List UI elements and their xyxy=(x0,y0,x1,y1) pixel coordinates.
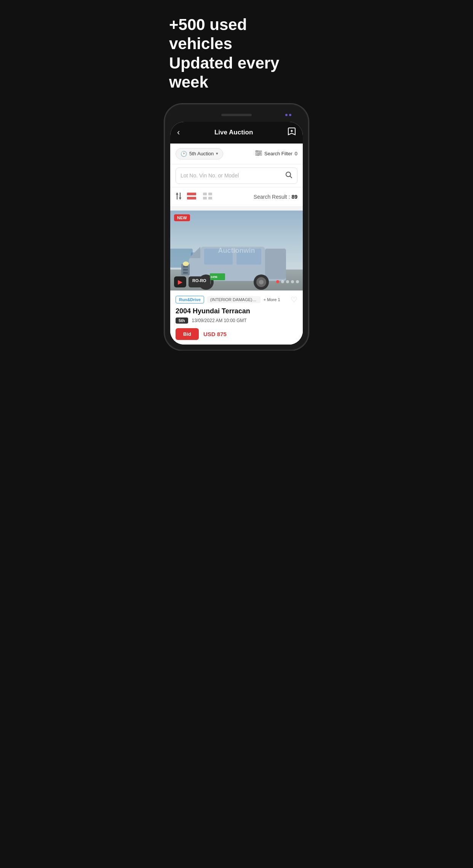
car-card: NEW xyxy=(170,211,303,345)
hero-title: +500 used vehicles Updated every week xyxy=(169,15,304,92)
svg-line-9 xyxy=(290,176,292,178)
search-filter-button[interactable]: Search Filter 0 xyxy=(255,150,297,157)
phone-speaker xyxy=(221,114,252,116)
bookmark-button[interactable] xyxy=(288,127,296,138)
camera-dots xyxy=(285,114,291,116)
video-button[interactable]: ▶ xyxy=(174,276,186,287)
result-label: Search Result : xyxy=(254,194,290,200)
bid-button[interactable]: Bid xyxy=(176,328,199,340)
auction-number: 5th xyxy=(176,318,188,324)
tag-damage: (INTERIOR DAMAGE) Au... xyxy=(207,296,260,303)
dot-4 xyxy=(291,280,294,283)
svg-rect-16 xyxy=(203,197,207,199)
tag-run-drive: Run&Drive xyxy=(176,296,204,303)
sort-icon[interactable] xyxy=(176,193,182,201)
roro-badge: RO-RO xyxy=(189,276,210,287)
dot-2 xyxy=(289,114,291,116)
phone-wrapper: ‹ Live Auction 🕐 5th Auction xyxy=(158,104,315,351)
svg-point-5 xyxy=(256,150,258,152)
svg-rect-13 xyxy=(187,197,196,199)
auction-date: 13/09/2022 AM 10:00 GMT xyxy=(192,318,247,323)
search-input-wrapper xyxy=(176,168,297,184)
content-area: 🕐 5th Auction ▾ xyxy=(170,144,303,345)
new-badge: NEW xyxy=(174,214,190,221)
sort-bar: Search Result : 89 xyxy=(170,187,303,207)
svg-rect-15 xyxy=(208,193,212,195)
chevron-down-icon: ▾ xyxy=(216,151,218,156)
clock-icon: 🕐 xyxy=(181,151,187,157)
svg-point-6 xyxy=(259,152,260,154)
dot-3 xyxy=(286,280,289,283)
search-result: Search Result : 89 xyxy=(254,194,297,200)
back-button[interactable]: ‹ xyxy=(177,128,180,137)
car-tags: Run&Drive (INTERIOR DAMAGE) Au... + More… xyxy=(176,295,297,304)
image-dots xyxy=(276,280,299,283)
svg-rect-30 xyxy=(183,269,188,271)
svg-point-32 xyxy=(183,262,189,266)
svg-rect-17 xyxy=(208,197,212,199)
filter-icon xyxy=(255,150,262,157)
result-count: 89 xyxy=(291,194,297,200)
svg-point-7 xyxy=(257,154,259,156)
filter-bar: 🕐 5th Auction ▾ xyxy=(170,144,303,164)
car-auction-info: 5th 13/09/2022 AM 10:00 GMT xyxy=(176,318,297,324)
favorite-button[interactable]: ♡ xyxy=(291,295,297,304)
svg-rect-12 xyxy=(187,193,196,195)
hero-section: +500 used vehicles Updated every week xyxy=(158,0,315,104)
car-info: Run&Drive (INTERIOR DAMAGE) Au... + More… xyxy=(170,290,303,345)
phone-screen: ‹ Live Auction 🕐 5th Auction xyxy=(170,122,303,345)
grid-view-button[interactable] xyxy=(201,191,214,203)
list-view-button[interactable] xyxy=(185,191,198,203)
tag-more: + More 1 xyxy=(264,297,280,302)
filter-count: 0 xyxy=(295,151,297,156)
auction-label: 5th Auction xyxy=(189,151,214,156)
car-image-container[interactable]: NEW xyxy=(170,211,303,290)
play-icon: ▶ xyxy=(178,278,182,286)
filter-label: Search Filter xyxy=(264,151,292,156)
dot-2 xyxy=(281,280,284,283)
car-title: 2004 Hyundai Terracan xyxy=(176,307,297,315)
price-text: USD 875 xyxy=(203,331,227,337)
dot-1 xyxy=(285,114,288,116)
car-image-bottom-bar: ▶ RO-RO xyxy=(170,273,303,290)
hero-line2: Updated every week xyxy=(169,54,279,91)
watermark: Auctionwin xyxy=(218,246,255,254)
phone-frame: ‹ Live Auction 🕐 5th Auction xyxy=(164,104,309,351)
dot-1 xyxy=(276,280,279,283)
auction-selector[interactable]: 🕐 5th Auction ▾ xyxy=(176,148,223,160)
search-input[interactable] xyxy=(181,172,285,179)
nav-title: Live Auction xyxy=(214,129,253,136)
phone-notch xyxy=(170,110,303,120)
search-box xyxy=(170,164,303,187)
svg-rect-14 xyxy=(203,193,207,195)
hero-line1: +500 used vehicles xyxy=(169,16,247,53)
price-row: Bid USD 875 xyxy=(176,327,297,340)
search-icon[interactable] xyxy=(285,171,292,180)
nav-bar: ‹ Live Auction xyxy=(170,122,303,144)
dot-5 xyxy=(296,280,299,283)
